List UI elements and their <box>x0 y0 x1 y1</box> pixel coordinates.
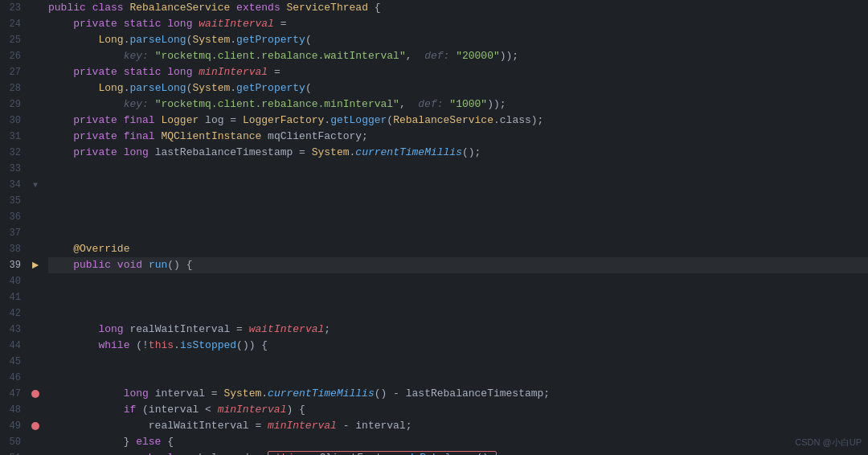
line-number: 51 <box>0 450 27 455</box>
gutter-cell <box>27 0 43 16</box>
code-line: Long.parseLong(System.getProperty( <box>48 32 868 48</box>
code-line: public void run() { <box>48 257 868 273</box>
code-line: public class RebalanceService extends Se… <box>48 0 868 16</box>
code-line: if (interval < minInterval) { <box>48 402 868 418</box>
line-number: 23 <box>0 0 27 16</box>
code-line: long interval = System.currentTimeMillis… <box>48 386 868 402</box>
gutter-cell <box>27 450 43 455</box>
line-number: 28 <box>0 80 27 96</box>
code-line: key: "rocketmq.client.rebalance.minInter… <box>48 96 868 113</box>
gutter-cell <box>27 32 43 48</box>
code-line: @Override <box>48 241 868 257</box>
code-line: private final MQClientInstance mqClientF… <box>48 129 868 145</box>
line-number: 43 <box>0 322 27 338</box>
code-line <box>48 354 868 370</box>
code-line: realWaitInterval = minInterval - interva… <box>48 418 868 434</box>
gutter-cell <box>27 80 43 96</box>
line-number: 25 <box>0 32 27 48</box>
line-number: 47 <box>0 386 27 402</box>
line-number: 44 <box>0 338 27 354</box>
code-line: private final Logger log = LoggerFactory… <box>48 113 868 129</box>
line-number: 33 <box>0 161 27 177</box>
gutter-cell <box>27 16 43 32</box>
gutter-cell <box>27 193 43 209</box>
line-number: 29 <box>0 96 27 113</box>
line-number: 27 <box>0 64 27 80</box>
gutter-cell <box>27 48 43 64</box>
code-line: while (!this.isStopped()) { <box>48 338 868 354</box>
gutter-cell <box>27 322 43 338</box>
code-line: Long.parseLong(System.getProperty( <box>48 80 868 96</box>
line-number: 24 <box>0 16 27 32</box>
code-line <box>48 193 868 209</box>
gutter-cell <box>27 386 43 402</box>
gutter-cell <box>27 370 43 386</box>
code-line <box>48 305 868 322</box>
gutter-cell <box>27 354 43 370</box>
line-number: 48 <box>0 402 27 418</box>
code-line: long realWaitInterval = waitInterval; <box>48 322 868 338</box>
line-number: 40 <box>0 273 27 289</box>
gutter-cell: ► <box>27 257 43 273</box>
line-number: 32 <box>0 145 27 161</box>
code-line <box>48 225 868 241</box>
gutter-cell <box>27 418 43 434</box>
line-number: 42 <box>0 305 27 322</box>
line-number: 35 <box>0 193 27 209</box>
gutter-cell <box>27 96 43 113</box>
code-line: private long lastRebalanceTimestamp = Sy… <box>48 145 868 161</box>
gutter-cell <box>27 434 43 450</box>
line-number: 38 <box>0 241 27 257</box>
gutter-cell <box>27 402 43 418</box>
gutter-cell <box>27 241 43 257</box>
gutter-cell <box>27 113 43 129</box>
line-number: 36 <box>0 209 27 225</box>
gutter-cell <box>27 338 43 354</box>
gutter-cell <box>27 209 43 225</box>
gutter-cell <box>27 145 43 161</box>
gutter-cell <box>27 225 43 241</box>
code-editor: 2324252627282930313233343536373839404142… <box>0 0 868 455</box>
line-number: 31 <box>0 129 27 145</box>
gutter-cell <box>27 64 43 80</box>
gutter-cell <box>27 305 43 322</box>
line-number: 37 <box>0 225 27 241</box>
code-line: private static long minInterval = <box>48 64 868 80</box>
line-number: 34 <box>0 177 27 193</box>
line-number: 45 <box>0 354 27 370</box>
code-line: private static long waitInterval = <box>48 16 868 32</box>
code-line <box>48 273 868 289</box>
line-number: 39 <box>0 257 27 273</box>
gutter-cell <box>27 129 43 145</box>
gutter-cell <box>27 273 43 289</box>
line-number: 50 <box>0 434 27 450</box>
code-line: boolean balanced = this.mqClientFactory.… <box>48 450 868 455</box>
code-line <box>48 161 868 177</box>
code-line <box>48 177 868 193</box>
gutter-cell <box>27 161 43 177</box>
code-line: key: "rocketmq.client.rebalance.waitInte… <box>48 48 868 64</box>
code-line <box>48 289 868 305</box>
line-number: 41 <box>0 289 27 305</box>
gutter-cell <box>27 289 43 305</box>
code-line: } else { <box>48 434 868 450</box>
code-line <box>48 209 868 225</box>
line-number: 49 <box>0 418 27 434</box>
line-number: 26 <box>0 48 27 64</box>
line-number: 46 <box>0 370 27 386</box>
line-number: 30 <box>0 113 27 129</box>
watermark: CSDN @小白UP <box>795 437 862 449</box>
code-line <box>48 370 868 386</box>
gutter-cell: ▼ <box>27 177 43 193</box>
